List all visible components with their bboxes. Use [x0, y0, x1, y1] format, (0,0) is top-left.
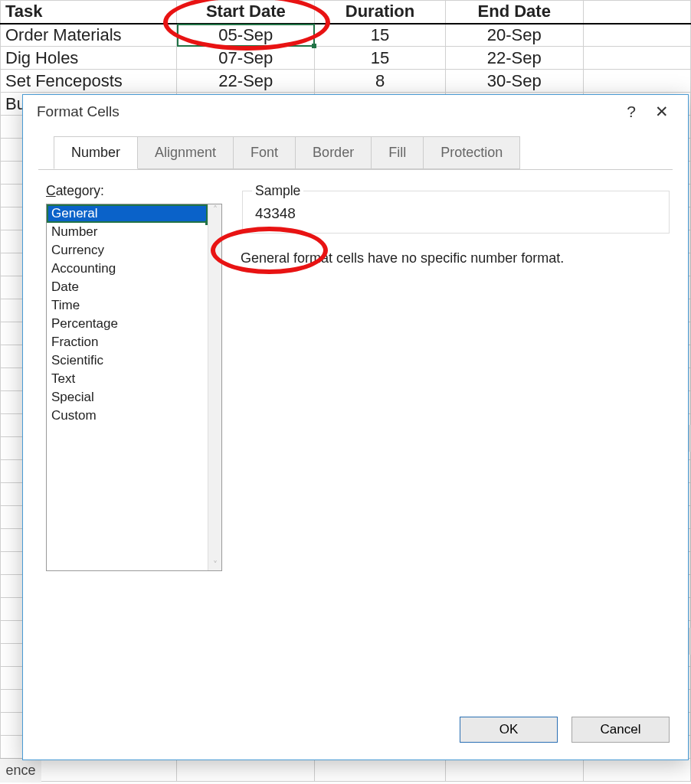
col-duration: Duration — [315, 1, 445, 24]
cell-duration[interactable]: 15 — [315, 24, 445, 47]
sample-value: 43348 — [252, 201, 660, 224]
table-row[interactable]: Set Fenceposts 22-Sep 8 30-Sep — [1, 70, 691, 93]
tab-protection[interactable]: Protection — [423, 136, 520, 169]
listbox-scrollbar[interactable]: ˄ ˅ — [208, 204, 221, 570]
cancel-button[interactable]: Cancel — [571, 717, 670, 743]
category-listbox[interactable]: General Number Currency Accounting Date … — [46, 204, 222, 571]
cell-end[interactable]: 20-Sep — [445, 24, 583, 47]
scroll-up-icon[interactable]: ˄ — [208, 204, 221, 215]
category-item-custom[interactable]: Custom — [47, 407, 208, 425]
tab-alignment[interactable]: Alignment — [137, 136, 234, 169]
tab-font[interactable]: Font — [233, 136, 296, 169]
table-row[interactable]: Order Materials 05-Sep 15 20-Sep — [1, 24, 691, 47]
tab-fill[interactable]: Fill — [371, 136, 424, 169]
ok-button[interactable]: OK — [460, 717, 558, 743]
col-start: Start Date — [177, 1, 315, 24]
cell-start-selected[interactable]: 05-Sep — [177, 24, 315, 47]
dialog-footer: OK Cancel — [23, 703, 688, 760]
category-item-general[interactable]: General — [47, 204, 208, 223]
close-icon[interactable]: ✕ — [647, 103, 677, 121]
sample-label: Sample — [252, 183, 303, 199]
cell-task[interactable]: Order Materials — [1, 24, 177, 47]
dialog-tabs: Number Alignment Font Border Fill Protec… — [38, 136, 673, 169]
tab-number[interactable]: Number — [54, 136, 138, 169]
help-button[interactable]: ? — [616, 103, 647, 121]
category-item-special[interactable]: Special — [47, 388, 208, 407]
dialog-titlebar: Format Cells ? ✕ — [23, 95, 688, 129]
category-item-currency[interactable]: Currency — [47, 241, 208, 260]
scroll-down-icon[interactable]: ˅ — [208, 560, 221, 570]
sample-group: Sample 43348 — [242, 183, 670, 234]
category-item-text[interactable]: Text — [47, 370, 208, 388]
category-item-number[interactable]: Number — [47, 223, 208, 241]
col-task: Task — [1, 1, 177, 24]
category-item-percentage[interactable]: Percentage — [47, 315, 208, 333]
dialog-title: Format Cells — [37, 103, 120, 120]
format-cells-dialog: Format Cells ? ✕ Number Alignment Font B… — [22, 94, 689, 760]
table-header-row: Task Start Date Duration End Date — [1, 1, 691, 24]
table-row[interactable]: Dig Holes 07-Sep 15 22-Sep — [1, 47, 691, 70]
category-item-date[interactable]: Date — [47, 278, 208, 296]
category-item-fraction[interactable]: Fraction — [47, 333, 208, 351]
tab-border[interactable]: Border — [295, 136, 372, 169]
category-label: Category: — [46, 183, 222, 199]
category-item-accounting[interactable]: Accounting — [47, 260, 208, 278]
sheet-tab[interactable]: ence — [0, 758, 41, 782]
col-end: End Date — [445, 1, 583, 24]
category-item-time[interactable]: Time — [47, 296, 208, 315]
category-item-scientific[interactable]: Scientific — [47, 351, 208, 370]
format-description: General format cells have no specific nu… — [241, 250, 671, 266]
